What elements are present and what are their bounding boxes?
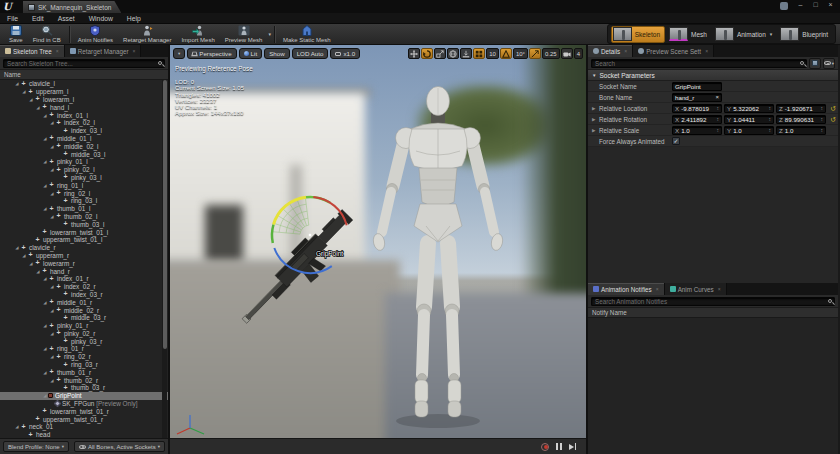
blend-profile-button[interactable]: Blend Profile: None ▾ xyxy=(3,441,69,452)
menu-edit[interactable]: Edit xyxy=(32,15,44,22)
scale-snap-value[interactable]: 0.25 xyxy=(542,48,560,59)
anim-notifies-button[interactable]: Anim Notifies xyxy=(73,24,118,44)
rotate-tool-button[interactable] xyxy=(421,48,433,59)
translate-tool-button[interactable] xyxy=(408,48,420,59)
tab-anim-curves[interactable]: Anim Curves× xyxy=(665,283,727,295)
tree-item-thumb_01_l[interactable]: ◢+thumb_01_l xyxy=(0,205,168,213)
reset-rotation-icon[interactable]: ↺ xyxy=(830,116,836,123)
mode-skeleton-button[interactable]: Skeleton xyxy=(611,26,665,43)
perspective-button[interactable]: Perspective xyxy=(187,48,236,59)
tree-scrollbar[interactable] xyxy=(162,80,167,438)
tree-item-thumb_01_r[interactable]: ◢+thumb_01_r xyxy=(0,368,168,376)
spinner-icon[interactable]: ↕ xyxy=(821,116,824,122)
scale-snap-toggle[interactable] xyxy=(529,48,541,59)
mode-blueprint-button[interactable]: Blueprint xyxy=(779,26,832,43)
bone-name-input[interactable]: hand_r× xyxy=(672,93,722,102)
menu-window[interactable]: Window xyxy=(89,15,113,22)
tab-skeleton-tree[interactable]: Skeleton Tree× xyxy=(0,45,65,57)
viewport-options-button[interactable]: ▾ xyxy=(173,48,185,59)
menu-help[interactable]: Help xyxy=(127,15,141,22)
view-options-button[interactable]: ▾ xyxy=(823,58,835,69)
tree-item-index_03_r[interactable]: +index_03_r xyxy=(0,291,168,299)
tree-item-thumb_02_r[interactable]: ◢+thumb_02_r xyxy=(0,376,168,384)
tree-item-middle_03_l[interactable]: +middle_03_l xyxy=(0,150,168,158)
rotation-snap-value[interactable]: 10° xyxy=(513,48,528,59)
tab-preview-scene-settings[interactable]: Preview Scene Sett× xyxy=(633,45,714,57)
clear-bone-name-icon[interactable]: × xyxy=(715,94,719,100)
tree-item-thumb_02_l[interactable]: ◢+thumb_02_l xyxy=(0,213,168,221)
tree-item-SK_FPGun[interactable]: SK_FPGun[Preview Only] xyxy=(0,400,168,408)
tree-item-ring_01_l[interactable]: ◢+ring_01_l xyxy=(0,181,168,189)
mode-mesh-button[interactable]: Mesh xyxy=(668,26,711,43)
tree-item-thumb_03_l[interactable]: +thumb_03_l xyxy=(0,220,168,228)
socket-parameters-section[interactable]: ▼ Socket Parameters xyxy=(588,70,838,81)
rotation-z-input[interactable]: Z89.990631↕ xyxy=(776,115,826,124)
menu-file[interactable]: File xyxy=(7,15,18,22)
tree-item-upperarm_l[interactable]: ◢+upperarm_l xyxy=(0,88,168,96)
location-x-input[interactable]: X-9.878019↕ xyxy=(672,104,722,113)
tree-item-pinky_02_r[interactable]: ◢+pinky_02_r xyxy=(0,330,168,338)
tab-close-icon[interactable]: × xyxy=(718,286,721,292)
find-in-cb-button[interactable]: Find in CB xyxy=(28,24,66,44)
tree-item-thumb_03_r[interactable]: +thumb_03_r xyxy=(0,384,168,392)
tree-item-middle_02_r[interactable]: ◢+middle_02_r xyxy=(0,306,168,314)
spinner-icon[interactable]: ↕ xyxy=(769,116,772,122)
tree-item-neck_01[interactable]: ◢+neck_01 xyxy=(0,423,168,431)
spinner-icon[interactable]: ↕ xyxy=(717,105,720,111)
tree-item-GripPoint[interactable]: ◢GripPoint xyxy=(0,392,168,400)
location-z-input[interactable]: Z-1.920671↕ xyxy=(776,104,826,113)
tab-close-icon[interactable]: × xyxy=(624,48,627,54)
location-y-input[interactable]: Y5.322062↕ xyxy=(724,104,774,113)
save-button[interactable]: Save xyxy=(4,24,28,44)
spinner-icon[interactable]: ↕ xyxy=(769,127,772,133)
world-local-space-button[interactable] xyxy=(447,48,459,59)
scale-y-input[interactable]: Y1.0↕ xyxy=(724,126,774,135)
close-button[interactable]: × xyxy=(824,1,837,10)
tree-item-clavicle_r[interactable]: ◢+clavicle_r xyxy=(0,244,168,252)
import-mesh-button[interactable]: Import Mesh xyxy=(176,24,219,44)
tree-item-upperarm_r[interactable]: ◢+upperarm_r xyxy=(0,252,168,260)
grid-snap-toggle[interactable] xyxy=(473,48,485,59)
tree-item-ring_02_r[interactable]: ◢+ring_02_r xyxy=(0,353,168,361)
tree-item-pinky_03_l[interactable]: +pinky_03_l xyxy=(0,174,168,182)
tree-item-lowerarm_l[interactable]: ◢+lowerarm_l xyxy=(0,96,168,104)
menu-asset[interactable]: Asset xyxy=(58,15,75,22)
retarget-manager-button[interactable]: Retarget Manager xyxy=(118,24,176,44)
tab-retarget-manager[interactable]: Retarget Manager× xyxy=(65,45,142,57)
force-always-animated-checkbox[interactable]: ✓ xyxy=(672,137,680,145)
feedback-icon[interactable] xyxy=(780,2,788,10)
tree-item-index_02_r[interactable]: ◢+index_02_r xyxy=(0,283,168,291)
tree-item-index_03_l[interactable]: +index_03_l xyxy=(0,127,168,135)
spinner-icon[interactable]: ↕ xyxy=(769,105,772,111)
scale-z-input[interactable]: Z1.0↕ xyxy=(776,126,826,135)
tree-item-lowerarm_r[interactable]: ◢+lowerarm_r xyxy=(0,259,168,267)
lod-button[interactable]: LOD Auto xyxy=(292,48,329,59)
tree-item-ring_03_r[interactable]: +ring_03_r xyxy=(0,361,168,369)
scale-tool-button[interactable] xyxy=(434,48,446,59)
show-menu-button[interactable]: Show xyxy=(264,48,289,59)
tab-animation-notifies[interactable]: Animation Notifies× xyxy=(588,283,665,295)
asset-document-tab[interactable]: SK_Mannequin_Skeleton xyxy=(23,1,121,13)
tree-item-head[interactable]: +head xyxy=(0,431,168,438)
tab-close-icon[interactable]: × xyxy=(705,48,708,54)
tree-item-ring_03_l[interactable]: +ring_03_l xyxy=(0,197,168,205)
3d-viewport[interactable]: GripPoint Previewing Reference Pose LOD:… xyxy=(170,45,586,454)
tree-item-index_01_l[interactable]: ◢+index_01_l xyxy=(0,111,168,119)
tree-item-pinky_02_l[interactable]: ◢+pinky_02_l xyxy=(0,166,168,174)
tree-item-pinky_01_r[interactable]: ◢+pinky_01_r xyxy=(0,322,168,330)
make-static-mesh-button[interactable]: Make Static Mesh xyxy=(278,24,336,44)
surface-snapping-button[interactable] xyxy=(460,48,472,59)
tree-item-middle_03_r[interactable]: +middle_03_r xyxy=(0,314,168,322)
scale-x-input[interactable]: X1.0↕ xyxy=(672,126,722,135)
notifies-search-input[interactable] xyxy=(591,297,835,306)
tree-item-middle_02_l[interactable]: ◢+middle_02_l xyxy=(0,142,168,150)
maximize-button[interactable]: □ xyxy=(809,1,822,10)
mode-animation-button[interactable]: Animation ▾ xyxy=(714,26,776,43)
gizmo-rotate-axis-green[interactable] xyxy=(272,225,274,243)
preview-mesh-dropdown-icon[interactable]: ▾ xyxy=(268,31,271,37)
property-matrix-button[interactable] xyxy=(809,58,821,69)
preview-mesh-button[interactable]: Preview Mesh xyxy=(220,24,268,44)
tree-item-index_02_l[interactable]: ◢+index_02_l xyxy=(0,119,168,127)
reset-location-icon[interactable]: ↺ xyxy=(830,105,836,112)
tree-item-lowerarm_twist_01_l[interactable]: +lowerarm_twist_01_l xyxy=(0,228,168,236)
